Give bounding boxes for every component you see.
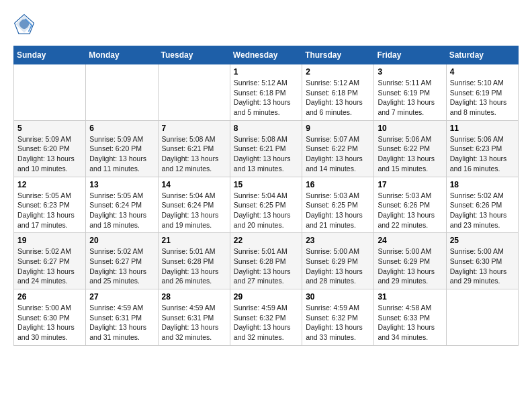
calendar-cell: 2Sunrise: 5:12 AMSunset: 6:18 PMDaylight… — [302, 64, 374, 121]
calendar-cell: 31Sunrise: 4:58 AMSunset: 6:33 PMDayligh… — [374, 289, 446, 346]
calendar-cell: 10Sunrise: 5:06 AMSunset: 6:22 PMDayligh… — [374, 120, 446, 177]
day-number: 11 — [450, 124, 515, 133]
calendar-cell: 4Sunrise: 5:10 AMSunset: 6:19 PMDaylight… — [446, 64, 518, 121]
calendar-cell: 22Sunrise: 5:01 AMSunset: 6:28 PMDayligh… — [230, 233, 302, 289]
day-number: 14 — [162, 180, 226, 189]
cell-content: Sunrise: 5:03 AMSunset: 6:25 PMDaylight:… — [306, 191, 370, 230]
calendar-cell: 8Sunrise: 5:08 AMSunset: 6:21 PMDaylight… — [230, 120, 302, 177]
week-row-3: 12Sunrise: 5:05 AMSunset: 6:23 PMDayligh… — [14, 177, 519, 233]
day-number: 25 — [450, 236, 515, 245]
day-header-wednesday: Wednesday — [230, 46, 302, 64]
day-number: 4 — [450, 67, 515, 77]
cell-content: Sunrise: 5:10 AMSunset: 6:19 PMDaylight:… — [450, 78, 515, 118]
cell-content: Sunrise: 5:04 AMSunset: 6:25 PMDaylight:… — [234, 191, 298, 230]
calendar-cell: 30Sunrise: 4:59 AMSunset: 6:32 PMDayligh… — [302, 289, 374, 346]
calendar-cell — [14, 64, 86, 121]
day-number: 16 — [306, 180, 370, 189]
day-number: 26 — [17, 292, 82, 302]
week-row-1: 1Sunrise: 5:12 AMSunset: 6:18 PMDaylight… — [14, 64, 519, 121]
day-number: 6 — [89, 124, 154, 133]
cell-content: Sunrise: 5:06 AMSunset: 6:22 PMDaylight:… — [378, 134, 442, 174]
calendar-cell: 11Sunrise: 5:06 AMSunset: 6:23 PMDayligh… — [446, 120, 518, 177]
cell-content: Sunrise: 5:02 AMSunset: 6:27 PMDaylight:… — [89, 246, 154, 286]
day-number: 23 — [306, 236, 370, 245]
cell-content: Sunrise: 4:59 AMSunset: 6:31 PMDaylight:… — [89, 303, 154, 342]
cell-content: Sunrise: 5:09 AMSunset: 6:20 PMDaylight:… — [89, 134, 154, 174]
cell-content: Sunrise: 5:01 AMSunset: 6:28 PMDaylight:… — [162, 246, 226, 286]
day-header-thursday: Thursday — [302, 46, 374, 64]
cell-content: Sunrise: 5:02 AMSunset: 6:26 PMDaylight:… — [450, 191, 515, 230]
day-header-sunday: Sunday — [14, 46, 86, 64]
calendar-cell: 29Sunrise: 4:59 AMSunset: 6:32 PMDayligh… — [230, 289, 302, 346]
calendar-cell: 24Sunrise: 5:00 AMSunset: 6:29 PMDayligh… — [374, 233, 446, 289]
calendar-cell: 25Sunrise: 5:00 AMSunset: 6:30 PMDayligh… — [446, 233, 518, 289]
day-header-tuesday: Tuesday — [158, 46, 230, 64]
cell-content: Sunrise: 5:11 AMSunset: 6:19 PMDaylight:… — [378, 78, 442, 118]
cell-content: Sunrise: 5:12 AMSunset: 6:18 PMDaylight:… — [234, 78, 298, 118]
day-number: 18 — [450, 180, 515, 189]
calendar-cell: 16Sunrise: 5:03 AMSunset: 6:25 PMDayligh… — [302, 177, 374, 233]
calendar-cell: 19Sunrise: 5:02 AMSunset: 6:27 PMDayligh… — [14, 233, 86, 289]
cell-content: Sunrise: 5:09 AMSunset: 6:20 PMDaylight:… — [17, 134, 82, 174]
day-number: 3 — [378, 67, 442, 77]
logo-icon — [13, 13, 35, 35]
week-row-2: 5Sunrise: 5:09 AMSunset: 6:20 PMDaylight… — [14, 120, 519, 177]
calendar-cell: 3Sunrise: 5:11 AMSunset: 6:19 PMDaylight… — [374, 64, 446, 121]
day-number: 13 — [89, 180, 154, 189]
cell-content: Sunrise: 5:02 AMSunset: 6:27 PMDaylight:… — [17, 246, 82, 286]
day-number: 27 — [89, 292, 154, 302]
calendar-cell: 7Sunrise: 5:08 AMSunset: 6:21 PMDaylight… — [158, 120, 230, 177]
cell-content: Sunrise: 5:00 AMSunset: 6:30 PMDaylight:… — [17, 303, 82, 342]
cell-content: Sunrise: 5:08 AMSunset: 6:21 PMDaylight:… — [234, 134, 298, 174]
cell-content: Sunrise: 5:05 AMSunset: 6:24 PMDaylight:… — [89, 191, 154, 230]
calendar-cell: 12Sunrise: 5:05 AMSunset: 6:23 PMDayligh… — [14, 177, 86, 233]
cell-content: Sunrise: 5:03 AMSunset: 6:26 PMDaylight:… — [378, 191, 442, 230]
day-number: 30 — [306, 292, 370, 302]
calendar-cell: 23Sunrise: 5:00 AMSunset: 6:29 PMDayligh… — [302, 233, 374, 289]
calendar-cell — [158, 64, 230, 121]
calendar-cell: 18Sunrise: 5:02 AMSunset: 6:26 PMDayligh… — [446, 177, 518, 233]
day-number: 12 — [17, 180, 82, 189]
day-number: 24 — [378, 236, 442, 245]
day-header-monday: Monday — [86, 46, 158, 64]
calendar-cell — [86, 64, 158, 121]
calendar-cell: 5Sunrise: 5:09 AMSunset: 6:20 PMDaylight… — [14, 120, 86, 177]
week-row-5: 26Sunrise: 5:00 AMSunset: 6:30 PMDayligh… — [14, 289, 519, 346]
day-number: 2 — [306, 67, 370, 77]
calendar-cell: 13Sunrise: 5:05 AMSunset: 6:24 PMDayligh… — [86, 177, 158, 233]
cell-content: Sunrise: 5:12 AMSunset: 6:18 PMDaylight:… — [306, 78, 370, 118]
calendar-cell: 14Sunrise: 5:04 AMSunset: 6:24 PMDayligh… — [158, 177, 230, 233]
day-header-saturday: Saturday — [446, 46, 518, 64]
calendar-cell: 9Sunrise: 5:07 AMSunset: 6:22 PMDaylight… — [302, 120, 374, 177]
cell-content: Sunrise: 5:00 AMSunset: 6:29 PMDaylight:… — [378, 246, 442, 286]
calendar-cell: 1Sunrise: 5:12 AMSunset: 6:18 PMDaylight… — [230, 64, 302, 121]
day-number: 15 — [234, 180, 298, 189]
day-number: 21 — [162, 236, 226, 245]
cell-content: Sunrise: 5:00 AMSunset: 6:29 PMDaylight:… — [306, 246, 370, 286]
calendar-cell: 17Sunrise: 5:03 AMSunset: 6:26 PMDayligh… — [374, 177, 446, 233]
calendar-cell — [446, 289, 518, 346]
cell-content: Sunrise: 5:07 AMSunset: 6:22 PMDaylight:… — [306, 134, 370, 174]
calendar-cell: 21Sunrise: 5:01 AMSunset: 6:28 PMDayligh… — [158, 233, 230, 289]
day-number: 28 — [162, 292, 226, 302]
cell-content: Sunrise: 5:04 AMSunset: 6:24 PMDaylight:… — [162, 191, 226, 230]
calendar-cell: 20Sunrise: 5:02 AMSunset: 6:27 PMDayligh… — [86, 233, 158, 289]
cell-content: Sunrise: 4:59 AMSunset: 6:32 PMDaylight:… — [306, 303, 370, 342]
cell-content: Sunrise: 5:01 AMSunset: 6:28 PMDaylight:… — [234, 246, 298, 286]
cell-content: Sunrise: 4:59 AMSunset: 6:32 PMDaylight:… — [234, 303, 298, 342]
day-number: 7 — [162, 124, 226, 133]
day-header-friday: Friday — [374, 46, 446, 64]
day-number: 10 — [378, 124, 442, 133]
day-number: 9 — [306, 124, 370, 133]
day-number: 22 — [234, 236, 298, 245]
cell-content: Sunrise: 5:05 AMSunset: 6:23 PMDaylight:… — [17, 191, 82, 230]
day-number: 8 — [234, 124, 298, 133]
day-number: 31 — [378, 292, 442, 302]
cell-content: Sunrise: 5:00 AMSunset: 6:30 PMDaylight:… — [450, 246, 515, 286]
day-number: 20 — [89, 236, 154, 245]
day-number: 17 — [378, 180, 442, 189]
cell-content: Sunrise: 4:59 AMSunset: 6:31 PMDaylight:… — [162, 303, 226, 342]
cell-content: Sunrise: 5:08 AMSunset: 6:21 PMDaylight:… — [162, 134, 226, 174]
day-number: 29 — [234, 292, 298, 302]
page-header — [13, 13, 519, 35]
